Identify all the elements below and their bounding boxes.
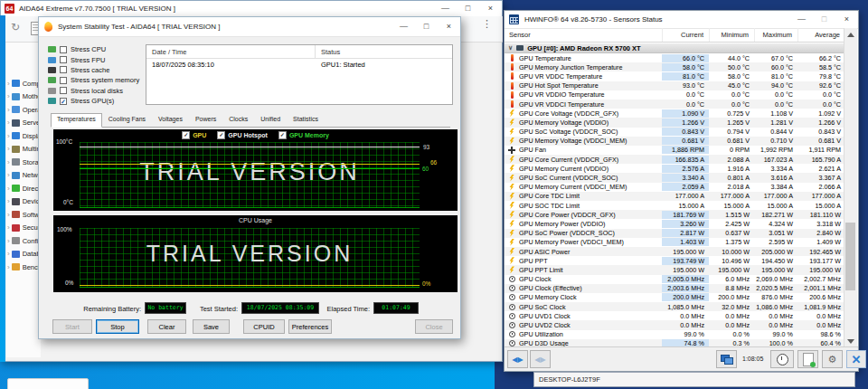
sidebar-item-benchmark[interactable]: ›Benchmark [6,261,41,274]
sidebar-item-database[interactable]: ›Database [6,248,41,261]
sensor-row[interactable]: GPU Temperature66.0 °C44.0 °C67.0 °C66.2… [505,53,845,62]
tab-unified[interactable]: Unified [254,113,287,127]
expand-chevron-icon[interactable]: › [7,197,10,205]
checkbox[interactable] [60,46,67,53]
column-current[interactable]: Current [662,28,709,42]
sensor-row[interactable]: GPU VR VDDIO Temperature0.0 °C0.0 °C0.0 … [505,90,845,100]
toolbar-overflow-icon[interactable]: ⋮ [482,18,492,30]
navigate-arrows-disabled-button[interactable]: ◀▶ [530,350,551,368]
sensor-row[interactable]: GPU Memory Clock200.0 MHz200.0 MHz876.0 … [505,293,845,302]
close-icon[interactable]: × [835,11,858,26]
expand-chevron-icon[interactable]: › [7,92,10,100]
expand-chevron-icon[interactable]: › [7,211,10,219]
sensor-row[interactable]: GPU Utilization99.0 %0.0 %99.0 %98.6 % [505,330,845,339]
expand-chevron-icon[interactable]: › [7,237,10,245]
sensor-row[interactable]: GPU Fan1,886 RPM0 RPM1,992 RPM1,911 RPM [505,146,845,155]
sensor-row[interactable]: GPU SOC TDC Limit15.000 A15.000 A15.000 … [505,201,845,210]
expand-chevron-icon[interactable]: › [7,119,10,127]
expand-chevron-icon[interactable]: › [7,132,10,140]
sensor-row[interactable]: GPU Memory Current (VDDCI_MEM)2.059 A2.0… [505,183,845,192]
settings-button[interactable]: ⚙ [822,350,843,368]
expand-chevron-icon[interactable]: › [7,158,10,166]
sidebar-item-software[interactable]: ›Software [6,208,41,222]
clock-button[interactable] [770,350,794,368]
column-maximum[interactable]: Maximum [754,28,797,42]
log-column-datetime[interactable]: Date / Time [146,48,315,56]
cpuid-button[interactable]: CPUID [243,319,285,334]
sensor-row[interactable]: GPU Core TDC Limit177.000 A177.000 A177.… [505,192,845,201]
sensor-row[interactable]: GPU Memory Current (VDDIO)2.576 A1.916 A… [505,164,845,173]
start-button[interactable]: Start [52,319,92,334]
checkbox[interactable]: ✓ [60,98,67,105]
expand-chevron-icon[interactable]: › [7,250,10,258]
sidebar-item-display[interactable]: ›Display [6,129,41,143]
checkbox[interactable] [60,87,67,94]
tab-powers[interactable]: Powers [189,113,222,127]
scroll-down-icon[interactable] [847,339,854,344]
sensor-row[interactable]: GPU VR VDDCI Temperature0.0 °C0.0 °C0.0 … [505,100,845,109]
sensor-row[interactable]: GPU Core Current (VDDCR_GFX)166.835 A2.0… [505,155,845,164]
sensor-row[interactable]: GPU Memory Power (VDDCI_MEM)1.403 W1.375… [505,238,845,247]
navigate-arrows-button[interactable]: ◀▶ [507,350,528,368]
minimize-icon[interactable]: — [392,17,415,33]
collapse-chevron-icon[interactable]: ∨ [508,44,513,52]
scrollbar-thumb[interactable] [845,223,855,290]
expand-chevron-icon[interactable]: › [7,171,10,179]
expand-chevron-icon[interactable]: › [7,223,10,232]
tab-statistics[interactable]: Statistics [287,113,325,127]
scrollbar[interactable] [844,28,857,348]
sensor-row[interactable]: GPU Memory Voltage (VDDCI_MEM)0.681 V0.6… [505,137,845,146]
tab-temperatures[interactable]: Temperatures [51,113,102,128]
sensor-row[interactable]: GPU PPT Limit195.000 W195.000 W195.000 W… [505,265,845,274]
checkbox[interactable] [60,56,67,63]
expand-chevron-icon[interactable]: › [7,106,10,114]
sidebar-item-multimedia[interactable]: ›Multimedia [6,143,41,157]
expand-chevron-icon[interactable]: › [7,185,10,193]
report-button[interactable] [797,350,818,368]
column-average[interactable]: Average [797,28,845,42]
sensor-row[interactable]: GPU SoC Current (VDDCR_SOC)3.340 A0.801 … [505,173,845,182]
expand-chevron-icon[interactable]: › [7,145,10,153]
minimize-icon[interactable]: — [790,11,813,26]
checkbox[interactable] [60,77,67,84]
column-sensor[interactable]: Sensor [505,31,662,39]
sensor-row[interactable]: GPU Memory Voltage (VDDIO)1.266 V1.265 V… [505,118,845,127]
sidebar-item-motherboard[interactable]: ›Motherboard [6,90,41,104]
expand-chevron-icon[interactable]: › [7,80,10,88]
tab-clocks[interactable]: Clocks [222,113,254,127]
sensor-row[interactable]: GPU Core Power (VDDCR_GFX)181.769 W1.515… [505,210,845,219]
tab-cooling-fans[interactable]: Cooling Fans [102,113,152,127]
scroll-up-icon[interactable] [847,33,854,37]
sensor-row[interactable]: GPU PPT193.749 W10.496 W194.450 W193.177… [505,256,845,265]
column-minimum[interactable]: Minimum [709,28,754,42]
sensor-row[interactable]: GPU Memory Power (VDDIO)3.260 W2.425 W4.… [505,219,845,228]
sidebar-item-security[interactable]: ›Security [6,222,41,235]
maximize-icon[interactable]: □ [457,1,479,16]
sensor-row[interactable]: GPU VR VDDC Temperature81.0 °C58.0 °C81.… [505,71,845,81]
sidebar-item-server[interactable]: ›Server [6,117,41,130]
remote-monitoring-button[interactable] [716,350,737,368]
sensor-row[interactable]: GPU UVD1 Clock0.0 MHz0.0 MHz0.0 MHz0.0 M… [505,311,845,320]
sensor-row[interactable]: GPU ASIC Power195.000 W10.000 W205.000 W… [505,247,845,256]
sidebar-item-storage[interactable]: ›Storage [6,156,41,169]
checkbox[interactable] [60,66,67,73]
sidebar-item-devices[interactable]: ›Devices [6,195,41,209]
clear-button[interactable]: Clear [147,319,186,334]
sensor-row[interactable]: GPU Hot Spot Temperature93.0 °C45.0 °C94… [505,81,845,90]
tab-voltages[interactable]: Voltages [152,113,189,127]
sidebar-item-operating-system[interactable]: ›Operating System [6,103,41,117]
sensor-row[interactable]: GPU Clock (Effective)2,003.6 MHz8.8 MHz2… [505,284,845,293]
sensor-row[interactable]: GPU Core Voltage (VDDCR_GFX)1.090 V0.725… [505,109,845,118]
minimize-icon[interactable]: — [434,1,457,16]
refresh-icon[interactable]: ↻ [11,21,20,33]
close-button[interactable]: Close [415,319,453,334]
close-icon[interactable]: × [438,17,460,33]
sidebar-item-computer[interactable]: ›Computer [6,77,41,90]
expand-chevron-icon[interactable]: › [7,263,10,271]
sensor-row[interactable]: GPU Clock2,005.0 MHz6.0 MHz2,069.0 MHz2,… [505,275,845,284]
sensor-row[interactable]: GPU SoC Clock1,085.0 MHz32.0 MHz1,086.0 … [505,302,845,311]
sidebar-item-network[interactable]: ›Network [6,169,41,183]
stop-button[interactable]: Stop [96,319,139,334]
sensor-row[interactable]: GPU UVD2 Clock0.0 MHz0.0 MHz0.0 MHz0.0 M… [505,320,845,329]
sidebar-item-directx[interactable]: ›DirectX [6,182,41,195]
